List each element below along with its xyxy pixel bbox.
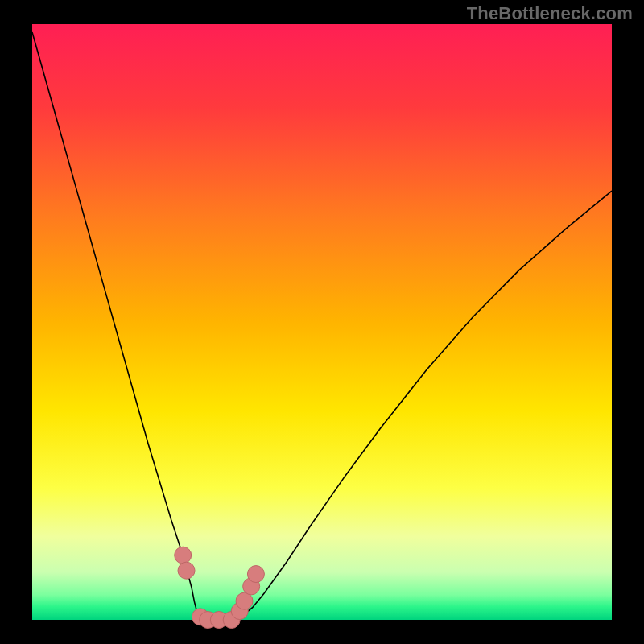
chart-frame: TheBottleneck.com bbox=[0, 0, 644, 644]
marker-point bbox=[175, 547, 192, 564]
watermark-text: TheBottleneck.com bbox=[467, 3, 633, 24]
bottleneck-chart bbox=[0, 0, 644, 644]
plot-background bbox=[32, 24, 612, 620]
marker-point bbox=[178, 562, 195, 579]
marker-point bbox=[247, 566, 264, 583]
